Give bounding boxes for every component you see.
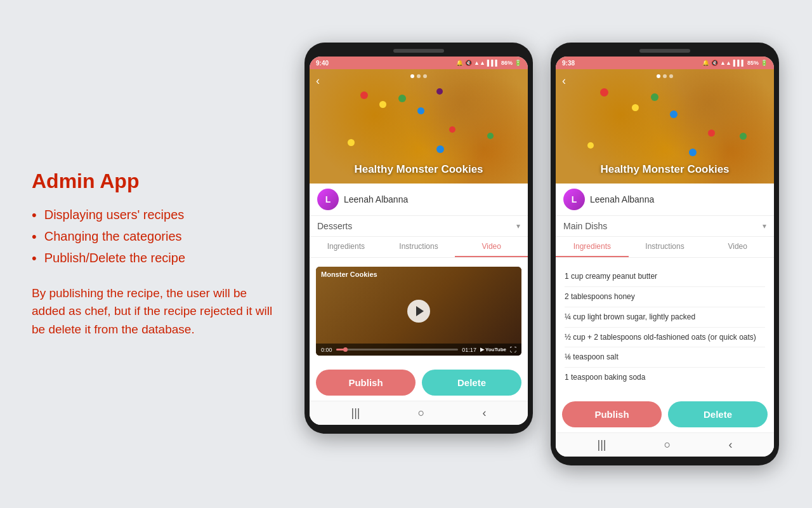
- phone-1-hero: ‹ Healthy Monster Cookies: [310, 69, 528, 184]
- phone-1-category-dropdown[interactable]: Desserts ▾: [310, 216, 528, 237]
- phones-area: 9:40 🔔 🔇 ▲▲ ▌▌▌ 86% 🔋: [304, 30, 779, 478]
- phone-1-tab-video[interactable]: Video: [455, 237, 528, 257]
- phone-2-signal-icon: ▌▌▌: [733, 60, 745, 66]
- phone-2-wifi-icon: ▲▲: [720, 60, 731, 66]
- phone-1-back-button[interactable]: ‹: [316, 74, 320, 88]
- phone-2-avatar: L: [563, 189, 585, 210]
- feature-list: Displaying users' recipes Changing the c…: [32, 204, 273, 269]
- phone-1-video-start: 0:00: [321, 347, 332, 353]
- ingredient-5: ⅛ teaspoon salt: [565, 347, 765, 368]
- phone-2-time: 9:38: [562, 60, 575, 67]
- ingredient-6: 1 teaspoon baking soda: [565, 368, 765, 387]
- phone-1-video-end: 01:17: [462, 347, 476, 353]
- phone-1-hero-dots: [410, 74, 427, 78]
- phone-1-tab-ingredients[interactable]: Ingredients: [310, 237, 383, 257]
- phone-1-action-buttons: Publish Delete: [310, 364, 528, 401]
- ingredient-3: ¼ cup light brown sugar, lightly packed: [565, 307, 765, 328]
- hero-dot-3: [423, 74, 427, 78]
- phone-1-content: Monster Cookies 0:00 01:17 ▶ YouTube: [310, 258, 528, 364]
- phone-1-avatar: L: [317, 189, 339, 210]
- phone-1-play-button[interactable]: [407, 300, 430, 323]
- phone-2-notification-icon: 🔔: [702, 60, 709, 66]
- phone-2-category-dropdown[interactable]: Main Dishs ▾: [556, 216, 774, 237]
- phone-1-signal-icon: ▌▌▌: [487, 60, 499, 66]
- phone-2-screen: 9:38 🔔 🔇 ▲▲ ▌▌▌ 85% 🔋: [556, 57, 774, 457]
- phone-1-user-name: Leenah Albanna: [344, 194, 408, 204]
- phone-1-video-title: Monster Cookies: [321, 271, 377, 278]
- phone-1-status-icons: 🔔 🔇 ▲▲ ▌▌▌ 86% 🔋: [456, 60, 521, 66]
- phone-2-action-buttons: Publish Delete: [556, 396, 774, 432]
- phone-2: 9:38 🔔 🔇 ▲▲ ▌▌▌ 85% 🔋: [551, 43, 779, 465]
- bullet-item-1: Displaying users' recipes: [32, 204, 273, 226]
- phone-1-wifi-icon: ▲▲: [474, 60, 485, 66]
- phone-2-hero-title: Healthy Monster Cookies: [556, 163, 774, 176]
- cookie-dot-blue-2: [436, 145, 444, 153]
- phone-2-notch: [639, 49, 690, 53]
- phone-2-battery: 85%: [747, 60, 759, 66]
- cookie-dot-red-1: [360, 91, 368, 99]
- phone-2-tabs: Ingredients Instructions Video: [556, 237, 774, 258]
- phone-1-category-text: Desserts: [317, 221, 352, 231]
- phone-2-mute-icon: 🔇: [711, 60, 718, 66]
- phone-2-nav-menu-icon[interactable]: |||: [598, 438, 606, 451]
- ingredient-2: 2 tablespoons honey: [565, 287, 765, 307]
- phone-1-tabs: Ingredients Instructions Video: [310, 237, 528, 258]
- play-triangle-icon: [416, 306, 424, 316]
- p2-cookie-dot-blue-1: [670, 110, 678, 118]
- phone-1-publish-button[interactable]: Publish: [316, 370, 416, 396]
- phone-2-hero: ‹ Healthy Monster Cookies: [556, 69, 774, 184]
- ingredient-4: ½ cup + 2 tablespoons old-fashioned oats…: [565, 328, 765, 348]
- left-panel: Admin App Displaying users' recipes Chan…: [0, 144, 304, 364]
- phone-1-notch: [393, 49, 444, 53]
- phone-2-nav-home-icon[interactable]: ○: [664, 438, 671, 451]
- bullet-item-2: Changing the categories: [32, 226, 273, 248]
- phone-1-dropdown-arrow: ▾: [516, 222, 520, 231]
- p2-hero-dot-1: [657, 74, 660, 78]
- hero-dot-2: [417, 74, 421, 78]
- phone-1-notification-icon: 🔔: [456, 60, 463, 66]
- phone-2-tab-ingredients[interactable]: Ingredients: [556, 237, 629, 257]
- phone-1-progress-dot: [343, 347, 348, 352]
- phone-1-nav-back-icon[interactable]: ‹: [482, 406, 486, 420]
- phone-1-video-player[interactable]: Monster Cookies 0:00 01:17 ▶ YouTube: [316, 267, 521, 356]
- fullscreen-icon[interactable]: ⛶: [510, 346, 516, 353]
- phone-1-progress-fill: [336, 349, 346, 351]
- phone-2-battery-icon: 🔋: [761, 60, 768, 66]
- phone-1-battery: 86%: [501, 60, 513, 66]
- phone-1-screen: 9:40 🔔 🔇 ▲▲ ▌▌▌ 86% 🔋: [310, 57, 528, 425]
- phone-2-delete-button[interactable]: Delete: [668, 401, 768, 427]
- p2-cookie-dot-green-1: [651, 93, 658, 101]
- phone-1-mute-icon: 🔇: [465, 60, 472, 66]
- phone-1-bottom-nav: ||| ○ ‹: [310, 401, 528, 425]
- phone-2-publish-button[interactable]: Publish: [562, 401, 662, 427]
- p2-cookie-dot-blue-2: [689, 149, 697, 156]
- description-text: By publishing the recipe, the user will …: [32, 284, 273, 339]
- ingredient-1: 1 cup creamy peanut butter: [565, 267, 765, 287]
- phone-2-status-bar: 9:38 🔔 🔇 ▲▲ ▌▌▌ 85% 🔋: [556, 57, 774, 69]
- phone-1-battery-icon: 🔋: [514, 60, 521, 66]
- phone-1-tab-instructions[interactable]: Instructions: [383, 237, 455, 257]
- phone-1-time: 9:40: [316, 60, 329, 67]
- phone-2-bottom-nav: ||| ○ ‹: [556, 432, 774, 457]
- phone-2-dropdown-arrow: ▾: [763, 222, 766, 231]
- phone-1-nav-home-icon[interactable]: ○: [418, 406, 425, 420]
- cookie-dot-green-1: [398, 95, 406, 102]
- phone-2-ingredients-list: 1 cup creamy peanut butter 2 tablespoons…: [556, 263, 774, 391]
- phone-1-hero-title: Healthy Monster Cookies: [310, 163, 528, 176]
- phone-2-user-name: Leenah Albanna: [590, 194, 654, 204]
- phone-2-back-button[interactable]: ‹: [562, 74, 566, 88]
- phone-1-progress-bar[interactable]: [336, 349, 459, 351]
- p2-hero-dot-3: [669, 74, 673, 78]
- phone-2-nav-back-icon[interactable]: ‹: [728, 438, 732, 451]
- phone-2-tab-video[interactable]: Video: [701, 237, 774, 257]
- phone-2-content: 1 cup creamy peanut butter 2 tablespoons…: [556, 258, 774, 396]
- phone-1-video-controls: 0:00 01:17 ▶ YouTube ⛶: [316, 344, 521, 356]
- phone-2-tab-instructions[interactable]: Instructions: [629, 237, 702, 257]
- phone-1-delete-button[interactable]: Delete: [422, 370, 521, 396]
- phone-1: 9:40 🔔 🔇 ▲▲ ▌▌▌ 86% 🔋: [304, 43, 533, 434]
- phone-2-category-text: Main Dishs: [563, 221, 607, 231]
- phone-1-user-row: L Leenah Albanna: [310, 184, 528, 216]
- youtube-logo: ▶ YouTube: [480, 347, 506, 352]
- hero-dot-1: [410, 74, 414, 78]
- phone-1-nav-menu-icon[interactable]: |||: [351, 406, 360, 420]
